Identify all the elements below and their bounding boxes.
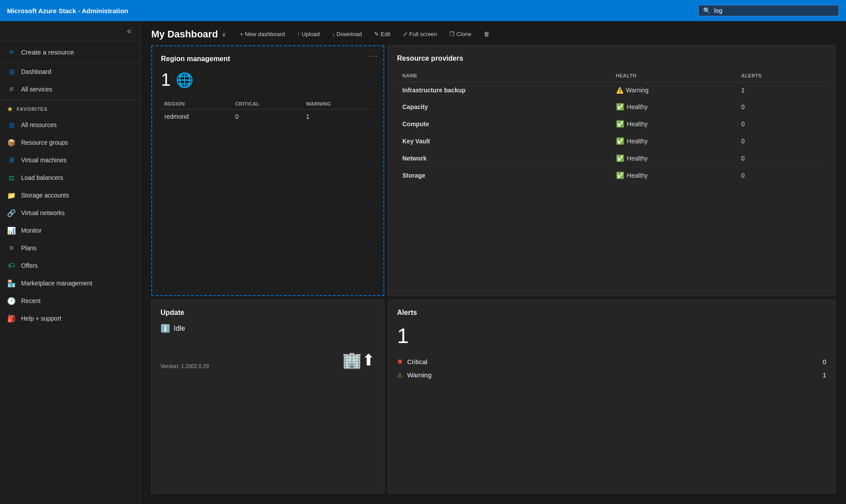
resource-providers-table: NAME HEALTH ALERTS Infrastructure backup… [397,69,826,184]
warning-cell: 1 [303,110,375,124]
rp-name-cell: Infrastructure backup [397,82,611,99]
plans-icon: ≡ [7,244,16,252]
collapse-sidebar-button[interactable]: « [124,25,135,37]
offers-icon: 🏷 [7,261,16,270]
topbar: Microsoft Azure Stack - Administration 🔍 [0,0,846,21]
warning-label: Warning [407,371,431,379]
sidebar-item-marketplace-management[interactable]: 🏪 Marketplace management [0,274,140,292]
critical-col-header: CRITICAL [232,99,303,110]
rp-alerts-cell: 1 [736,82,826,99]
warning-triangle-icon: ⚠️ [616,87,624,94]
recent-icon: 🕐 [7,296,16,305]
table-row[interactable]: Network ✅ Healthy 0 [397,150,826,167]
region-cell: redmond [161,110,232,124]
rp-alerts-cell: 0 [736,116,826,133]
rp-alerts-cell: 0 [736,150,826,167]
rp-name-col-header: NAME [397,69,611,82]
sidebar-item-resource-groups[interactable]: 📦 Resource groups [0,134,140,151]
sidebar-item-dashboard[interactable]: ⊞ Dashboard [0,63,140,80]
version-text: Version: 1.2002.0.29 [160,363,209,369]
alerts-title: Alerts [397,309,826,317]
clone-button[interactable]: ❐ Clone [444,28,477,40]
healthy-icon: ✅ [616,103,624,111]
resource-providers-title: Resource providers [397,55,826,62]
all-resources-icon: ⊞ [7,121,16,129]
rp-name-cell: Key Vault [397,133,611,150]
tile-menu-button[interactable]: ··· [369,51,378,61]
update-title: Update [160,309,375,317]
rp-health-cell: ⚠️ Warning [611,82,736,99]
critical-icon: ✖ [397,358,403,366]
rp-name-cell: Compute [397,116,611,133]
rp-alerts-cell: 0 [736,133,826,150]
rp-alerts-cell: 0 [736,99,826,116]
rp-health-col-header: HEALTH [611,69,736,82]
sidebar-header: « [0,21,140,41]
region-count: 1 🌐 [161,70,375,90]
update-footer: Version: 1.2002.0.29 🏢⬆ [160,351,375,369]
table-row[interactable]: Infrastructure backup ⚠️ Warning 1 [397,82,826,99]
search-box[interactable]: 🔍 [698,5,839,16]
critical-count: 0 [823,358,826,365]
search-input[interactable] [714,7,828,14]
load-balancers-icon: ⚖ [7,173,16,182]
sidebar-item-virtual-machines[interactable]: 🖥 Virtual machines [0,151,140,169]
upload-button[interactable]: ↑ Upload [292,28,325,40]
chevron-down-icon[interactable]: ∨ [222,31,226,38]
building-icon: 🏢⬆ [342,351,375,369]
sidebar-item-load-balancers[interactable]: ⚖ Load balancers [0,169,140,186]
idle-icon: ℹ️ [160,324,170,333]
critical-cell: 0 [232,110,303,124]
main-layout: « + Create a resource ⊞ Dashboard ≡ All … [0,21,846,504]
region-number: 1 [161,70,171,90]
table-row[interactable]: redmond 0 1 [161,110,375,124]
warning-count: 1 [823,371,826,379]
critical-alert-row: ✖ Critical 0 [397,355,826,369]
rp-name-cell: Storage [397,167,611,184]
sidebar-item-recent[interactable]: 🕐 Recent [0,292,140,310]
sidebar-item-all-resources[interactable]: ⊞ All resources [0,116,140,134]
virtual-machines-icon: 🖥 [7,156,16,164]
rp-alerts-col-header: ALERTS [736,69,826,82]
rp-name-cell: Capacity [397,99,611,116]
table-row[interactable]: Compute ✅ Healthy 0 [397,116,826,133]
rp-health-cell: ✅ Healthy [611,167,736,184]
edit-button[interactable]: ✎ Edit [369,28,396,40]
sidebar-item-offers[interactable]: 🏷 Offers [0,257,140,274]
rp-health-cell: ✅ Healthy [611,133,736,150]
sidebar-item-monitor[interactable]: 📊 Monitor [0,222,140,239]
star-icon: ★ [7,106,13,113]
app-title: Microsoft Azure Stack - Administration [7,7,698,15]
search-icon: 🔍 [703,7,711,14]
sidebar: « + Create a resource ⊞ Dashboard ≡ All … [0,21,141,504]
sidebar-item-storage-accounts[interactable]: 📁 Storage accounts [0,186,140,204]
rp-alerts-cell: 0 [736,167,826,184]
help-support-icon: 🎒 [7,314,16,323]
new-dashboard-button[interactable]: + New dashboard [235,28,290,40]
sidebar-item-create-resource[interactable]: + Create a resource [0,41,140,63]
region-management-title: Region management [161,55,375,63]
sidebar-item-virtual-networks[interactable]: 🔗 Virtual networks [0,204,140,222]
all-services-icon: ≡ [7,85,16,94]
sidebar-item-plans[interactable]: ≡ Plans [0,239,140,257]
table-row[interactable]: Capacity ✅ Healthy 0 [397,99,826,116]
warning-alert-row: ⚠ Warning 1 [397,369,826,381]
rp-health-cell: ✅ Healthy [611,99,736,116]
fullscreen-button[interactable]: ⤢ Full screen [397,28,442,40]
healthy-icon: ✅ [616,154,624,162]
table-row[interactable]: Key Vault ✅ Healthy 0 [397,133,826,150]
dashboard-title: My Dashboard [151,29,218,40]
main-content: My Dashboard ∨ + New dashboard ↑ Upload … [141,21,846,504]
dashboard-icon: ⊞ [7,67,16,76]
rp-health-cell: ✅ Healthy [611,116,736,133]
sidebar-item-help-support[interactable]: 🎒 Help + support [0,310,140,327]
download-button[interactable]: ↓ Download [327,28,367,40]
table-row[interactable]: Storage ✅ Healthy 0 [397,167,826,184]
delete-button[interactable]: 🗑 [478,28,495,40]
sidebar-item-all-services[interactable]: ≡ All services [0,80,140,98]
monitor-icon: 📊 [7,226,16,235]
rp-name-cell: Network [397,150,611,167]
warning-col-header: WARNING [303,99,375,110]
update-status-text: Idle [174,325,185,332]
globe-icon: 🌐 [176,72,193,88]
